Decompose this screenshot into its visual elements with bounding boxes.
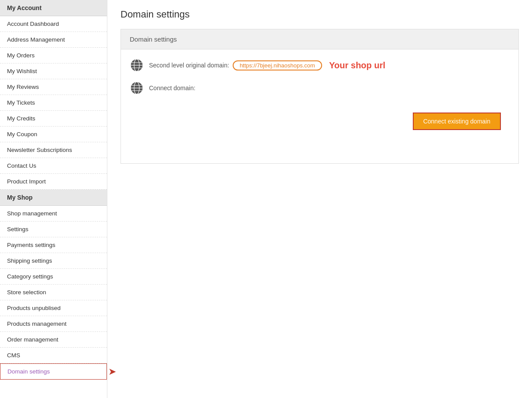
active-arrow-icon: ➤: [108, 367, 116, 377]
second-level-domain-row: Second level original domain: https://7b…: [130, 58, 510, 72]
second-level-url[interactable]: https://7bjeej.nihaoshops.com: [233, 60, 322, 70]
sidebar-item-account-dashboard[interactable]: Account Dashboard: [0, 16, 107, 32]
sidebar-item-newsletter-subscriptions[interactable]: Newsletter Subscriptions: [0, 142, 107, 158]
connect-existing-domain-button[interactable]: Connect existing domain: [413, 113, 501, 130]
connect-btn-row: Connect existing domain: [130, 104, 510, 139]
my-shop-label: My Shop: [7, 194, 32, 201]
my-shop-header: My Shop: [0, 190, 107, 206]
sidebar-item-my-coupon[interactable]: My Coupon: [0, 127, 107, 142]
my-shop-section: My Shop Shop management Settings Payment…: [0, 190, 107, 380]
sidebar-item-contact-us[interactable]: Contact Us: [0, 158, 107, 174]
my-account-section: My Account Account Dashboard Address Man…: [0, 0, 107, 190]
sidebar-item-category-settings[interactable]: Category settings: [0, 269, 107, 285]
shop-url-label: Your shop url: [329, 60, 386, 70]
sidebar-item-product-import[interactable]: Product Import: [0, 174, 107, 190]
sidebar-item-order-management[interactable]: Order management: [0, 332, 107, 348]
second-level-label: Second level original domain:: [149, 62, 229, 69]
connect-domain-label: Connect domain:: [149, 85, 195, 92]
main-content: Domain settings Domain settings Second l…: [107, 0, 532, 398]
globe-icon-2: [130, 81, 144, 95]
sidebar-item-my-wishlist[interactable]: My Wishlist: [0, 63, 107, 79]
domain-card-header: Domain settings: [121, 29, 518, 49]
page-title: Domain settings: [121, 9, 519, 20]
sidebar-item-products-management[interactable]: Products management: [0, 316, 107, 332]
sidebar-item-my-tickets[interactable]: My Tickets: [0, 95, 107, 111]
sidebar-item-payments-settings[interactable]: Payments settings: [0, 237, 107, 253]
domain-card-title: Domain settings: [130, 35, 177, 43]
domain-card: Domain settings Second level original do…: [121, 29, 519, 164]
sidebar-item-settings[interactable]: Settings: [0, 222, 107, 237]
connect-domain-row: Connect domain:: [130, 81, 510, 95]
sidebar-item-store-selection[interactable]: Store selection: [0, 285, 107, 300]
domain-card-body: Second level original domain: https://7b…: [121, 49, 518, 163]
sidebar-item-shipping-settings[interactable]: Shipping settings: [0, 253, 107, 269]
sidebar-item-products-unpublised[interactable]: Products unpublised: [0, 300, 107, 316]
globe-icon: [130, 58, 144, 72]
sidebar-item-my-credits[interactable]: My Credits: [0, 111, 107, 127]
sidebar-item-my-reviews[interactable]: My Reviews: [0, 79, 107, 95]
sidebar: My Account Account Dashboard Address Man…: [0, 0, 107, 398]
sidebar-item-domain-settings[interactable]: Domain settings ➤: [0, 363, 107, 380]
sidebar-item-my-orders[interactable]: My Orders: [0, 48, 107, 63]
sidebar-item-address-management[interactable]: Address Management: [0, 32, 107, 48]
sidebar-item-cms[interactable]: CMS: [0, 348, 107, 363]
sidebar-item-shop-management[interactable]: Shop management: [0, 206, 107, 222]
my-account-header: My Account: [0, 0, 107, 16]
my-account-label: My Account: [7, 4, 42, 11]
